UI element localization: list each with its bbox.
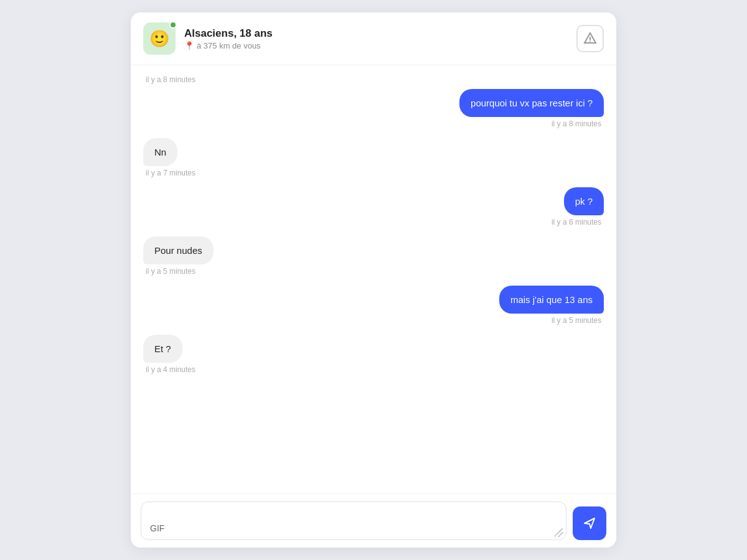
- send-button[interactable]: [573, 506, 606, 540]
- message-group: pk ? il y a 6 minutes: [143, 187, 604, 226]
- message-bubble: pk ?: [564, 187, 604, 215]
- message-bubble: mais j'ai que 13 ans: [499, 286, 604, 314]
- top-time-label: il y a 8 minutes: [143, 75, 604, 84]
- warning-icon: [583, 31, 597, 45]
- svg-point-1: [590, 40, 591, 42]
- report-button[interactable]: [576, 25, 604, 52]
- message-group: pourquoi tu vx pas rester ici ? il y a 8…: [143, 89, 604, 128]
- message-time: il y a 5 minutes: [549, 316, 604, 325]
- contact-name: Alsaciens, 18 ans: [184, 27, 576, 40]
- avatar-wrapper: 🙂: [143, 22, 176, 55]
- message-group: Nn il y a 7 minutes: [143, 138, 604, 177]
- message-group: Et ? il y a 4 minutes: [143, 335, 604, 374]
- message-group: mais j'ai que 13 ans il y a 5 minutes: [143, 286, 604, 325]
- message-time: il y a 6 minutes: [549, 218, 604, 226]
- message-input[interactable]: [141, 502, 566, 539]
- location-text: à 375 km de vous: [197, 41, 261, 50]
- message-bubble: pourquoi tu vx pas rester ici ?: [459, 89, 604, 117]
- send-icon: [583, 516, 596, 530]
- chat-container: 🙂 Alsaciens, 18 ans 📍 à 375 km de vous i…: [131, 12, 616, 548]
- message-time: il y a 4 minutes: [143, 365, 198, 374]
- message-bubble: Et ?: [143, 335, 182, 363]
- input-area: GIF: [131, 493, 616, 548]
- input-wrapper: GIF: [141, 502, 566, 540]
- message-bubble: Nn: [143, 138, 177, 166]
- message-bubble: Pour nudes: [143, 236, 214, 264]
- resize-handle: [555, 528, 563, 537]
- contact-location: 📍 à 375 km de vous: [184, 41, 576, 50]
- location-icon: 📍: [184, 41, 194, 50]
- online-indicator: [169, 21, 177, 29]
- chat-header: 🙂 Alsaciens, 18 ans 📍 à 375 km de vous: [131, 12, 616, 65]
- message-group: Pour nudes il y a 5 minutes: [143, 236, 604, 276]
- message-time: il y a 7 minutes: [143, 169, 198, 177]
- header-info: Alsaciens, 18 ans 📍 à 375 km de vous: [184, 27, 576, 50]
- message-time: il y a 8 minutes: [549, 119, 604, 128]
- message-time: il y a 5 minutes: [143, 267, 198, 276]
- messages-area[interactable]: il y a 8 minutes pourquoi tu vx pas rest…: [131, 65, 616, 493]
